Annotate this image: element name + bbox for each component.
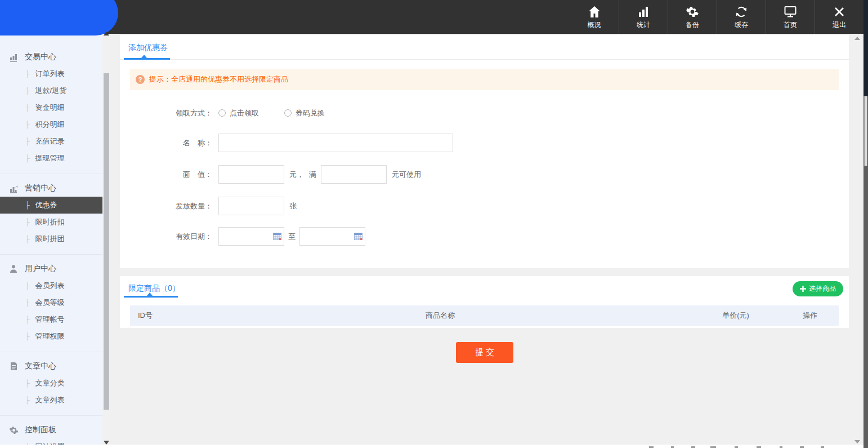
tab-add-coupon[interactable]: 添加优惠券 bbox=[128, 35, 168, 60]
sidebar-item-group-buy[interactable]: ├限时拼团 bbox=[0, 230, 102, 247]
goods-table-header: ID号 商品名称 单价(元) 操作 bbox=[130, 305, 839, 326]
sidebar-item-admin-accounts[interactable]: ├管理帐号 bbox=[0, 311, 102, 328]
tab-underline bbox=[124, 296, 178, 298]
calendar-icon[interactable] bbox=[273, 232, 281, 242]
topbar-item-homepage[interactable]: 首页 bbox=[766, 0, 815, 34]
submit-button[interactable]: 提 交 bbox=[456, 342, 513, 363]
sidebar-item-label: 充值记录 bbox=[35, 136, 65, 147]
radio-icon[interactable] bbox=[284, 109, 292, 117]
branch-icon: ├ bbox=[25, 282, 30, 290]
sidebar-item-withdrawal[interactable]: ├提现管理 bbox=[0, 150, 102, 167]
sidebar-section-title: 文章中心 bbox=[25, 361, 56, 371]
sidebar-item-admin-permissions[interactable]: ├管理权限 bbox=[0, 328, 102, 345]
radio-icon[interactable] bbox=[218, 109, 226, 117]
branch-icon: ├ bbox=[25, 137, 30, 145]
face-value-input[interactable] bbox=[218, 165, 284, 184]
scroll-up-icon[interactable] bbox=[854, 37, 860, 40]
name-label: 名 称： bbox=[134, 138, 212, 148]
user-icon bbox=[8, 264, 19, 273]
sidebar-scrollbar-thumb[interactable] bbox=[104, 73, 109, 410]
topbar-item-overview[interactable]: 概况 bbox=[570, 0, 619, 34]
browser-scrollbar-thumb[interactable] bbox=[864, 96, 867, 166]
sidebar-header-control-panel[interactable]: 控制面板 bbox=[0, 422, 102, 438]
name-input[interactable] bbox=[218, 134, 453, 152]
sidebar-section-title: 用户中心 bbox=[25, 264, 56, 274]
sidebar-item-order-list[interactable]: ├订单列表 bbox=[0, 65, 102, 82]
sidebar-section-users: 用户中心 ├会员列表 ├会员等级 ├管理帐号 ├管理权限 bbox=[0, 255, 102, 352]
sidebar-header-users[interactable]: 用户中心 bbox=[0, 260, 102, 277]
sidebar-item-recharge-records[interactable]: ├充值记录 bbox=[0, 133, 102, 150]
sidebar-item-label: 文章分类 bbox=[35, 378, 65, 388]
face-value-label: 面 值： bbox=[134, 170, 212, 180]
topbar-nav: 概况 统计 备份 缓存 bbox=[570, 0, 863, 34]
radio-option-label: 点击领取 bbox=[230, 108, 259, 118]
sidebar-item-coupons[interactable]: ├优惠券 bbox=[0, 197, 102, 214]
sidebar-header-marketing[interactable]: 营销中心 bbox=[0, 180, 102, 197]
claim-option-code[interactable]: 券码兑换 bbox=[284, 108, 325, 118]
branch-icon: ├ bbox=[25, 235, 30, 243]
sidebar-item-article-list[interactable]: ├文章列表 bbox=[0, 392, 102, 409]
min-spend-input[interactable] bbox=[321, 165, 387, 184]
topbar-item-cache[interactable]: 缓存 bbox=[717, 0, 766, 34]
column-header-operation: 操作 bbox=[793, 305, 827, 326]
branch-icon: ├ bbox=[25, 218, 30, 226]
sidebar-header-articles[interactable]: 文章中心 bbox=[0, 358, 102, 375]
tip-alert: ? 提示：全店通用的优惠券不用选择限定商品 bbox=[130, 69, 839, 90]
topbar-item-label: 统计 bbox=[637, 20, 650, 30]
sidebar-item-label: 文章列表 bbox=[35, 395, 65, 405]
sidebar-item-article-categories[interactable]: ├文章分类 bbox=[0, 375, 102, 392]
min-spend-text: 满 bbox=[309, 170, 316, 180]
tab-underline bbox=[124, 58, 170, 60]
stats-icon bbox=[637, 5, 650, 19]
radio-option-label: 券码兑换 bbox=[296, 108, 325, 118]
tab-bar: 限定商品（0） 选择商品 bbox=[120, 276, 849, 298]
sidebar-item-label: 订单列表 bbox=[35, 69, 65, 79]
branch-icon: ├ bbox=[25, 396, 30, 404]
sidebar-item-label: 优惠券 bbox=[35, 200, 57, 210]
add-coupon-panel: 添加优惠券 ? 提示：全店通用的优惠券不用选择限定商品 领取方式： 点击领取 券… bbox=[120, 35, 849, 268]
calendar-icon[interactable] bbox=[354, 232, 363, 242]
column-header-name: 商品名称 bbox=[418, 305, 463, 326]
logo[interactable] bbox=[0, 0, 118, 36]
branch-icon: ├ bbox=[25, 379, 30, 387]
sidebar: 交易中心 ├订单列表 ├退款/退货 ├资金明细 ├积分明细 ├充值记录 ├提现管… bbox=[0, 34, 102, 448]
sidebar-item-limited-discount[interactable]: ├限时折扣 bbox=[0, 214, 102, 230]
scroll-down-icon[interactable] bbox=[854, 440, 860, 443]
sidebar-item-label: 管理权限 bbox=[35, 331, 65, 341]
sidebar-scrollbar[interactable] bbox=[102, 34, 110, 448]
quantity-input[interactable] bbox=[218, 197, 284, 215]
select-goods-button[interactable]: 选择商品 bbox=[793, 281, 843, 296]
branch-icon: ├ bbox=[25, 121, 30, 128]
gear-icon bbox=[686, 5, 699, 19]
sidebar-item-label: 会员列表 bbox=[35, 281, 65, 291]
quantity-row: 发放数量： 张 bbox=[134, 197, 297, 215]
valid-date-row: 有效日期： 至 bbox=[134, 227, 365, 246]
topbar-item-stats[interactable]: 统计 bbox=[619, 0, 668, 34]
claim-method-label: 领取方式： bbox=[134, 108, 212, 118]
sidebar-item-member-level[interactable]: ├会员等级 bbox=[0, 294, 102, 311]
scroll-up-icon[interactable] bbox=[104, 32, 109, 36]
topbar: 概况 统计 备份 缓存 bbox=[0, 0, 868, 34]
topbar-item-backup[interactable]: 备份 bbox=[668, 0, 717, 34]
trend-chart-icon bbox=[8, 184, 19, 193]
sidebar-item-refunds[interactable]: ├退款/退货 bbox=[0, 82, 102, 99]
sidebar-header-trade[interactable]: 交易中心 bbox=[0, 48, 102, 65]
column-header-id: ID号 bbox=[138, 305, 153, 326]
topbar-item-logout[interactable]: 退出 bbox=[815, 0, 863, 34]
sidebar-item-member-list[interactable]: ├会员列表 bbox=[0, 277, 102, 294]
sidebar-section-articles: 文章中心 ├文章分类 ├文章列表 bbox=[0, 352, 102, 416]
browser-scrollbar[interactable] bbox=[863, 0, 868, 448]
claim-option-click[interactable]: 点击领取 bbox=[218, 108, 259, 118]
close-icon bbox=[833, 5, 845, 19]
face-value-row: 面 值： 元， 满 元可使用 bbox=[134, 165, 421, 184]
home-icon bbox=[588, 5, 601, 19]
sidebar-item-label: 会员等级 bbox=[35, 298, 65, 308]
usable-suffix-text: 元可使用 bbox=[392, 170, 421, 180]
admin-page: 概况 统计 备份 缓存 bbox=[0, 0, 868, 448]
scroll-down-icon[interactable] bbox=[104, 441, 109, 445]
sidebar-item-points-detail[interactable]: ├积分明细 bbox=[0, 116, 102, 133]
refresh-icon bbox=[735, 5, 748, 19]
content-scrollbar[interactable] bbox=[851, 34, 863, 448]
sidebar-item-funds-detail[interactable]: ├资金明细 bbox=[0, 99, 102, 116]
document-icon bbox=[8, 362, 19, 371]
